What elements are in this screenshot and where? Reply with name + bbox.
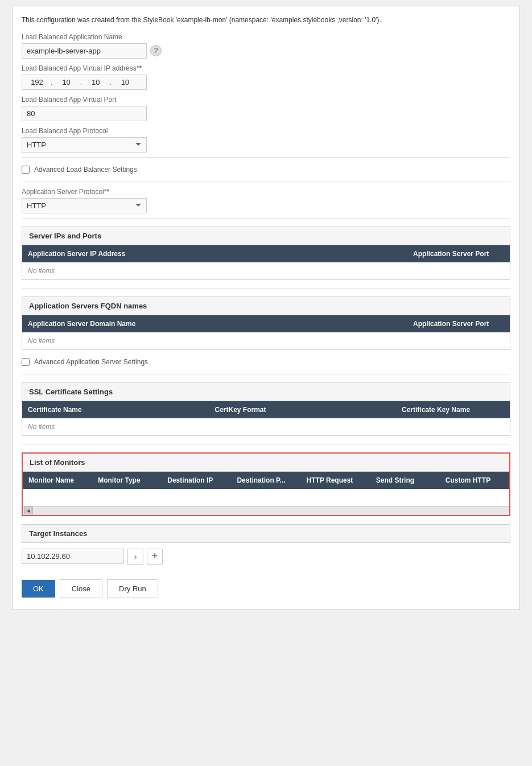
fqdn-table-header: Application Server Domain Name Applicati… <box>22 315 510 332</box>
adv-lb-checkbox[interactable] <box>22 166 30 174</box>
main-container: This configuration was created from the … <box>12 6 520 610</box>
vip-octet3[interactable] <box>84 77 107 88</box>
ssl-cert-header: SSL Certificate Settings <box>22 383 510 401</box>
protocol-label: Load Balanced App Protocol <box>22 127 510 135</box>
ssl-cert-col2: CertKey Format <box>209 401 397 418</box>
adv-lb-row: Advanced Load Balancer Settings <box>22 166 510 174</box>
fqdn-section: Application Servers FQDN names Applicati… <box>22 296 510 350</box>
ssl-cert-table-header: Certificate Name CertKey Format Certific… <box>22 401 510 418</box>
info-text: This configuration was created from the … <box>22 15 510 25</box>
monitors-section: List of Monitors Monitor Name Monitor Ty… <box>22 452 510 516</box>
vip-input-group: . . . <box>22 75 147 90</box>
monitors-col6: Send String <box>370 472 440 489</box>
server-ips-empty: No items <box>22 262 510 279</box>
dry-run-button[interactable]: Dry Run <box>107 579 158 598</box>
divider-4 <box>22 288 510 289</box>
server-ips-section: Server IPs and Ports Application Server … <box>22 226 510 280</box>
fqdn-col1: Application Server Domain Name <box>22 315 407 332</box>
adv-app-server-label[interactable]: Advanced Application Server Settings <box>34 358 148 366</box>
server-ips-table-header: Application Server IP Address Applicatio… <box>22 245 510 262</box>
app-server-protocol-select[interactable]: HTTP <box>22 198 147 213</box>
monitors-col4: Destination P... <box>231 472 300 489</box>
monitors-empty-row <box>23 489 509 506</box>
monitors-col3: Destination IP <box>162 472 231 489</box>
app-name-input[interactable] <box>22 43 147 59</box>
divider-5 <box>22 374 510 374</box>
ssl-cert-empty: No items <box>22 418 510 435</box>
port-label: Load Balanced App Virtual Port <box>22 96 510 104</box>
vip-label: Load Balanced App Virtual IP address* <box>22 64 510 72</box>
ip-dot-3: . <box>109 78 112 87</box>
divider-1 <box>22 157 510 158</box>
app-server-protocol-label: Application Server Protocol* <box>22 188 510 196</box>
target-instances-section: Target Instances › + <box>22 524 510 570</box>
target-nav-btn[interactable]: › <box>127 549 143 565</box>
monitors-table-header: Monitor Name Monitor Type Destination IP… <box>23 472 509 489</box>
fqdn-col2: Application Server Port <box>407 315 510 332</box>
vip-octet4[interactable] <box>114 77 137 88</box>
server-ips-col1: Application Server IP Address <box>22 245 407 262</box>
close-button[interactable]: Close <box>60 579 102 598</box>
ssl-cert-section: SSL Certificate Settings Certificate Nam… <box>22 382 510 436</box>
fqdn-header: Application Servers FQDN names <box>22 297 510 315</box>
target-add-btn[interactable]: + <box>147 549 163 565</box>
ssl-cert-col1: Certificate Name <box>22 401 209 418</box>
ssl-cert-col3: Certificate Key Name <box>396 401 510 418</box>
monitors-col5: HTTP Request <box>301 472 370 489</box>
ip-dot-1: . <box>51 78 53 87</box>
monitors-table: Monitor Name Monitor Type Destination IP… <box>23 472 509 515</box>
app-name-label: Load Balanced Application Name <box>22 33 510 41</box>
ip-dot-2: . <box>80 78 83 87</box>
footer-buttons: OK Close Dry Run <box>22 570 510 600</box>
app-name-help-icon[interactable]: ? <box>150 45 162 56</box>
app-name-row: ? <box>22 43 510 59</box>
ok-button[interactable]: OK <box>22 580 55 598</box>
monitors-scrollbar[interactable]: ◄ <box>23 506 509 515</box>
target-ip-input[interactable] <box>22 549 124 564</box>
protocol-select[interactable]: HTTP <box>22 137 147 153</box>
target-instances-header: Target Instances <box>22 524 510 543</box>
vip-octet2[interactable] <box>55 77 78 88</box>
adv-app-server-row: Advanced Application Server Settings <box>22 358 510 366</box>
divider-2 <box>22 182 510 182</box>
monitors-col2: Monitor Type <box>92 472 162 489</box>
monitors-col7: Custom HTTP <box>440 472 509 489</box>
server-ips-header: Server IPs and Ports <box>22 227 510 245</box>
monitors-col1: Monitor Name <box>23 472 92 489</box>
adv-app-server-checkbox[interactable] <box>22 358 30 366</box>
server-ips-col2: Application Server Port <box>407 245 510 262</box>
scroll-left-btn[interactable]: ◄ <box>24 506 33 514</box>
port-input[interactable] <box>22 106 147 121</box>
divider-6 <box>22 444 510 444</box>
monitors-header: List of Monitors <box>23 454 509 472</box>
fqdn-empty: No items <box>22 332 510 349</box>
target-instances-row: › + <box>22 543 510 570</box>
vip-octet1[interactable] <box>26 77 48 88</box>
adv-lb-label[interactable]: Advanced Load Balancer Settings <box>34 166 137 174</box>
divider-3 <box>22 218 510 219</box>
